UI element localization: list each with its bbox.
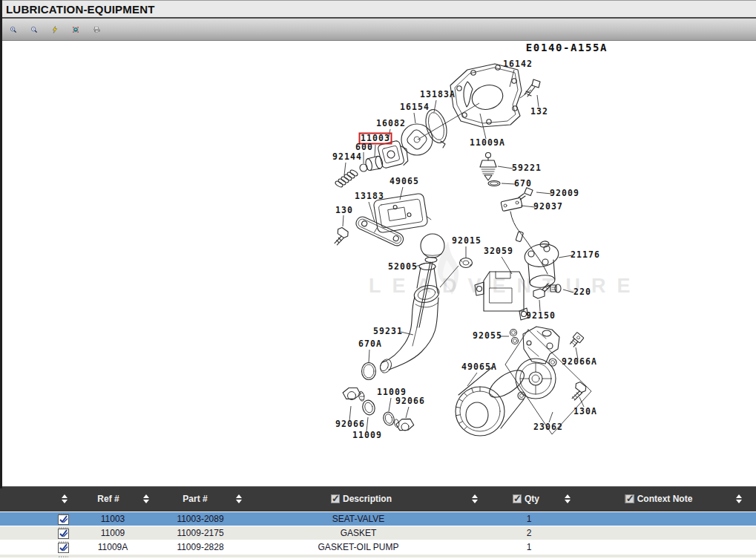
part-label-11009-bottom[interactable]: 11009 xyxy=(352,430,382,440)
sort-context-note-column[interactable] xyxy=(736,494,742,503)
page-title: LUBRICATION-EQUIPMENT xyxy=(6,3,155,16)
parts-diagram: LEADVENTURE xyxy=(0,41,756,487)
column-header-description: Description xyxy=(331,494,392,504)
part-label-16154[interactable]: 16154 xyxy=(400,102,430,112)
part-label-92055[interactable]: 92055 xyxy=(473,330,502,341)
zoom-out-button[interactable] xyxy=(25,21,43,39)
part-oring-670 xyxy=(488,181,500,186)
part-label-13183[interactable]: 13183 xyxy=(355,191,384,201)
part-label-92066a[interactable]: 92066A xyxy=(562,356,597,367)
part-label-92150[interactable]: 92150 xyxy=(526,310,556,321)
part-label-16142[interactable]: 16142 xyxy=(503,59,533,69)
row-edit-icon xyxy=(58,556,69,558)
part-label-92037[interactable]: 92037 xyxy=(533,201,563,212)
flash-button[interactable] xyxy=(46,21,64,39)
cell-description: SEAT-VALVE xyxy=(332,514,385,524)
diagram-code: E0140-A155A xyxy=(526,42,608,53)
parts-artwork xyxy=(330,64,591,436)
table-row[interactable]: 11009 11009-2175 GASKET 2 xyxy=(0,526,756,540)
cell-part: 11009-2175 xyxy=(177,528,223,538)
sort-select-column[interactable] xyxy=(62,494,68,503)
part-label-49065[interactable]: 49065 xyxy=(389,176,419,186)
cell-description: GASKET-OIL PUMP xyxy=(318,542,399,552)
part-label-670[interactable]: 670 xyxy=(514,178,532,189)
cell-qty: 1 xyxy=(527,514,532,524)
part-label-92066-right[interactable]: 92066 xyxy=(395,396,425,406)
print-icon xyxy=(93,22,100,38)
part-label-670a[interactable]: 670A xyxy=(358,339,382,349)
part-washer-11009-left xyxy=(361,399,376,416)
part-label-11009a[interactable]: 11009A xyxy=(470,137,505,148)
part-spring-92144 xyxy=(335,169,358,189)
page-left-border xyxy=(0,0,2,488)
parts-table-header: Ref # Part # Description Qty Context Not… xyxy=(0,487,756,511)
part-oil-filter-49065a xyxy=(456,365,528,436)
part-label-21176[interactable]: 21176 xyxy=(571,249,600,260)
cell-description: GASKET xyxy=(341,528,377,538)
cell-qty: 2 xyxy=(527,528,532,538)
part-label-32059[interactable]: 32059 xyxy=(484,246,513,256)
diagram-canvas: LEADVENTURE xyxy=(0,41,756,486)
part-label-92066-left[interactable]: 92066 xyxy=(335,419,365,429)
table-row[interactable]: 11003 11003-2089 SEAT-VALVE 1 xyxy=(0,511,756,526)
qty-checkbox[interactable] xyxy=(513,494,522,503)
hotspot-select-button[interactable] xyxy=(67,21,85,39)
part-washer-11009-right xyxy=(382,411,396,426)
zoom-in-icon xyxy=(10,22,17,38)
table-row[interactable]: 11009A 11009-2828 GASKET-OIL PUMP 1 xyxy=(0,540,756,554)
part-label-220[interactable]: 220 xyxy=(573,287,591,297)
part-oring-670a xyxy=(362,363,376,380)
part-bushing-11003 xyxy=(364,156,384,171)
cell-ref: 11009 xyxy=(101,528,125,538)
column-header-qty: Qty xyxy=(513,494,539,504)
part-orings-92055 xyxy=(510,330,519,344)
part-label-49065a[interactable]: 49065A xyxy=(461,362,497,372)
cell-qty: 1 xyxy=(527,542,532,552)
part-sensor-59221 xyxy=(480,153,496,181)
flash-icon xyxy=(51,22,59,38)
column-header-part: Part # xyxy=(183,494,207,504)
part-bolt-132 xyxy=(525,79,540,97)
part-plug-92066-right xyxy=(394,416,415,432)
part-label-130a[interactable]: 130A xyxy=(573,406,597,416)
part-label-92009[interactable]: 92009 xyxy=(550,188,579,198)
column-header-ref: Ref # xyxy=(97,494,119,504)
part-label-52005[interactable]: 52005 xyxy=(388,261,418,272)
part-filter-mount-23062 xyxy=(505,327,591,434)
part-label-59221[interactable]: 59221 xyxy=(512,163,542,173)
part-label-600[interactable]: 600 xyxy=(355,142,373,152)
part-label-13183a[interactable]: 13183A xyxy=(420,89,456,99)
part-label-130[interactable]: 130 xyxy=(335,205,353,215)
watermark-text: LEADVENTURE xyxy=(369,275,642,297)
part-grommet-92015 xyxy=(460,258,473,268)
context-note-checkbox[interactable] xyxy=(625,494,634,503)
toolbar xyxy=(0,19,756,41)
part-label-16082[interactable]: 16082 xyxy=(376,118,406,128)
cell-part: 11009-2828 xyxy=(177,542,223,552)
part-screw-92066a xyxy=(568,332,584,348)
cell-ref: 11009A xyxy=(98,542,128,552)
table-row-partial[interactable] xyxy=(0,554,756,558)
sort-description-column[interactable] xyxy=(472,494,478,503)
part-label-132[interactable]: 132 xyxy=(530,106,548,117)
part-rotor-16154 xyxy=(401,124,433,155)
hotspot-select-icon xyxy=(72,22,79,38)
sort-part-column[interactable] xyxy=(236,494,242,503)
print-button[interactable] xyxy=(88,21,105,39)
zoom-in-button[interactable] xyxy=(4,21,22,39)
description-checkbox[interactable] xyxy=(331,494,340,503)
sort-qty-column[interactable] xyxy=(565,494,571,503)
cell-part: 11003-2089 xyxy=(177,514,223,524)
sort-ref-column[interactable] xyxy=(143,494,149,503)
part-label-92144[interactable]: 92144 xyxy=(332,151,362,162)
column-header-context-note: Context Note xyxy=(625,494,693,504)
zoom-out-icon xyxy=(30,22,38,38)
part-label-23062[interactable]: 23062 xyxy=(533,422,563,432)
parts-table: Ref # Part # Description Qty Context Not… xyxy=(0,487,756,558)
part-bolt-130 xyxy=(330,226,349,247)
part-oil-pump-body xyxy=(450,64,522,127)
part-label-59231[interactable]: 59231 xyxy=(373,326,403,336)
part-bolt-92009 xyxy=(519,188,533,200)
part-ball-600 xyxy=(360,164,367,171)
part-label-92015[interactable]: 92015 xyxy=(452,235,481,246)
